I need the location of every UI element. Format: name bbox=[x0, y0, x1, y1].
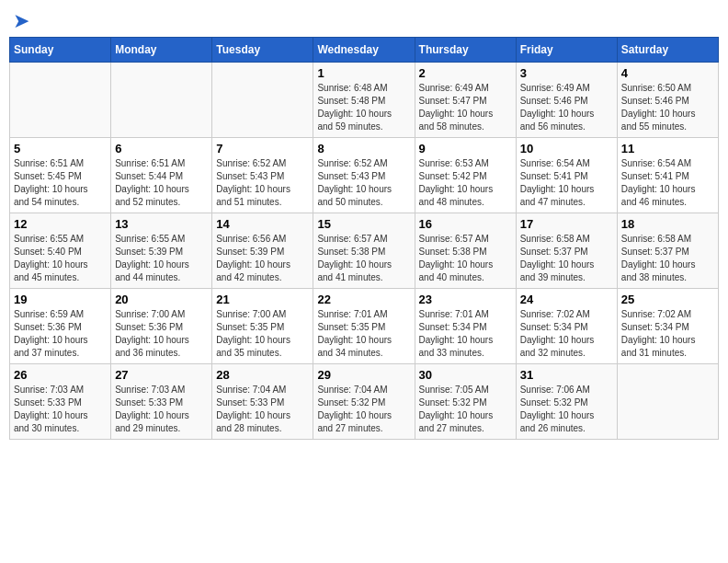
day-number: 31 bbox=[520, 368, 613, 382]
calendar-week-row-3: 19Sunrise: 6:59 AM Sunset: 5:36 PM Dayli… bbox=[10, 289, 719, 364]
calendar-header-sunday: Sunday bbox=[10, 38, 111, 63]
calendar-cell: 10Sunrise: 6:54 AM Sunset: 5:41 PM Dayli… bbox=[516, 138, 617, 213]
day-info: Sunrise: 7:01 AM Sunset: 5:35 PM Dayligh… bbox=[317, 308, 410, 360]
day-info: Sunrise: 6:54 AM Sunset: 5:41 PM Dayligh… bbox=[621, 157, 714, 209]
calendar-cell: 3Sunrise: 6:49 AM Sunset: 5:46 PM Daylig… bbox=[516, 63, 617, 138]
day-info: Sunrise: 6:53 AM Sunset: 5:42 PM Dayligh… bbox=[419, 157, 512, 209]
day-number: 5 bbox=[14, 142, 107, 155]
day-info: Sunrise: 6:54 AM Sunset: 5:41 PM Dayligh… bbox=[520, 157, 613, 209]
day-number: 20 bbox=[115, 293, 208, 306]
calendar-cell: 20Sunrise: 7:00 AM Sunset: 5:36 PM Dayli… bbox=[111, 289, 212, 364]
logo: ➤ bbox=[9, 9, 29, 33]
day-info: Sunrise: 7:00 AM Sunset: 5:35 PM Dayligh… bbox=[216, 308, 309, 360]
header: ➤ bbox=[9, 9, 719, 33]
calendar-cell: 6Sunrise: 6:51 AM Sunset: 5:44 PM Daylig… bbox=[111, 138, 212, 213]
calendar-week-row-4: 26Sunrise: 7:03 AM Sunset: 5:33 PM Dayli… bbox=[10, 364, 719, 440]
day-info: Sunrise: 6:57 AM Sunset: 5:38 PM Dayligh… bbox=[317, 233, 410, 284]
calendar-cell: 18Sunrise: 6:58 AM Sunset: 5:37 PM Dayli… bbox=[617, 213, 718, 289]
day-number: 26 bbox=[14, 368, 107, 382]
calendar-cell bbox=[111, 63, 212, 138]
day-number: 9 bbox=[419, 142, 512, 155]
calendar-cell: 5Sunrise: 6:51 AM Sunset: 5:45 PM Daylig… bbox=[10, 138, 111, 213]
calendar-cell: 13Sunrise: 6:55 AM Sunset: 5:39 PM Dayli… bbox=[111, 213, 212, 289]
calendar-cell: 1Sunrise: 6:48 AM Sunset: 5:48 PM Daylig… bbox=[313, 63, 415, 138]
day-number: 30 bbox=[419, 368, 512, 382]
calendar-cell: 27Sunrise: 7:03 AM Sunset: 5:33 PM Dayli… bbox=[111, 364, 212, 440]
day-info: Sunrise: 6:49 AM Sunset: 5:46 PM Dayligh… bbox=[520, 82, 613, 133]
calendar-header-saturday: Saturday bbox=[617, 38, 718, 63]
day-number: 29 bbox=[317, 368, 410, 382]
calendar-cell: 24Sunrise: 7:02 AM Sunset: 5:34 PM Dayli… bbox=[516, 289, 617, 364]
calendar-cell: 2Sunrise: 6:49 AM Sunset: 5:47 PM Daylig… bbox=[415, 63, 516, 138]
day-number: 24 bbox=[520, 293, 613, 306]
calendar-header-wednesday: Wednesday bbox=[313, 38, 415, 63]
day-info: Sunrise: 6:50 AM Sunset: 5:46 PM Dayligh… bbox=[621, 82, 714, 133]
day-info: Sunrise: 6:55 AM Sunset: 5:40 PM Dayligh… bbox=[14, 233, 107, 284]
day-info: Sunrise: 7:01 AM Sunset: 5:34 PM Dayligh… bbox=[419, 308, 512, 360]
calendar-cell bbox=[617, 364, 718, 440]
day-info: Sunrise: 6:57 AM Sunset: 5:38 PM Dayligh… bbox=[419, 233, 512, 284]
day-number: 27 bbox=[115, 368, 208, 382]
calendar-week-row-0: 1Sunrise: 6:48 AM Sunset: 5:48 PM Daylig… bbox=[10, 63, 719, 138]
day-info: Sunrise: 6:48 AM Sunset: 5:48 PM Dayligh… bbox=[317, 82, 410, 133]
calendar-header-friday: Friday bbox=[516, 38, 617, 63]
calendar-cell: 31Sunrise: 7:06 AM Sunset: 5:32 PM Dayli… bbox=[516, 364, 617, 440]
day-info: Sunrise: 6:59 AM Sunset: 5:36 PM Dayligh… bbox=[14, 308, 107, 360]
calendar-cell: 26Sunrise: 7:03 AM Sunset: 5:33 PM Dayli… bbox=[10, 364, 111, 440]
day-number: 23 bbox=[419, 293, 512, 306]
day-number: 17 bbox=[520, 217, 613, 231]
day-number: 12 bbox=[14, 217, 107, 231]
day-number: 4 bbox=[621, 66, 714, 80]
day-info: Sunrise: 6:56 AM Sunset: 5:39 PM Dayligh… bbox=[216, 233, 309, 284]
calendar-cell: 8Sunrise: 6:52 AM Sunset: 5:43 PM Daylig… bbox=[313, 138, 415, 213]
day-info: Sunrise: 6:58 AM Sunset: 5:37 PM Dayligh… bbox=[621, 233, 714, 284]
calendar-cell: 23Sunrise: 7:01 AM Sunset: 5:34 PM Dayli… bbox=[415, 289, 516, 364]
day-number: 11 bbox=[621, 142, 714, 155]
day-number: 6 bbox=[115, 142, 208, 155]
day-info: Sunrise: 7:00 AM Sunset: 5:36 PM Dayligh… bbox=[115, 308, 208, 360]
calendar-week-row-2: 12Sunrise: 6:55 AM Sunset: 5:40 PM Dayli… bbox=[10, 213, 719, 289]
calendar-cell: 11Sunrise: 6:54 AM Sunset: 5:41 PM Dayli… bbox=[617, 138, 718, 213]
calendar-header-monday: Monday bbox=[111, 38, 212, 63]
day-number: 21 bbox=[216, 293, 309, 306]
calendar-cell: 25Sunrise: 7:02 AM Sunset: 5:34 PM Dayli… bbox=[617, 289, 718, 364]
calendar-header-tuesday: Tuesday bbox=[212, 38, 313, 63]
day-number: 15 bbox=[317, 217, 410, 231]
day-number: 13 bbox=[115, 217, 208, 231]
day-number: 14 bbox=[216, 217, 309, 231]
logo-bird-icon: ➤ bbox=[13, 9, 29, 33]
calendar-header-thursday: Thursday bbox=[415, 38, 516, 63]
day-info: Sunrise: 6:51 AM Sunset: 5:45 PM Dayligh… bbox=[14, 157, 107, 209]
calendar-cell: 16Sunrise: 6:57 AM Sunset: 5:38 PM Dayli… bbox=[415, 213, 516, 289]
day-info: Sunrise: 7:04 AM Sunset: 5:32 PM Dayligh… bbox=[317, 384, 410, 435]
calendar-cell: 21Sunrise: 7:00 AM Sunset: 5:35 PM Dayli… bbox=[212, 289, 313, 364]
calendar-cell: 28Sunrise: 7:04 AM Sunset: 5:33 PM Dayli… bbox=[212, 364, 313, 440]
day-number: 16 bbox=[419, 217, 512, 231]
day-number: 28 bbox=[216, 368, 309, 382]
calendar-cell: 22Sunrise: 7:01 AM Sunset: 5:35 PM Dayli… bbox=[313, 289, 415, 364]
calendar-cell: 9Sunrise: 6:53 AM Sunset: 5:42 PM Daylig… bbox=[415, 138, 516, 213]
day-info: Sunrise: 6:58 AM Sunset: 5:37 PM Dayligh… bbox=[520, 233, 613, 284]
day-info: Sunrise: 6:51 AM Sunset: 5:44 PM Dayligh… bbox=[115, 157, 208, 209]
calendar-cell: 30Sunrise: 7:05 AM Sunset: 5:32 PM Dayli… bbox=[415, 364, 516, 440]
day-number: 2 bbox=[419, 66, 512, 80]
day-info: Sunrise: 6:52 AM Sunset: 5:43 PM Dayligh… bbox=[317, 157, 410, 209]
calendar-header-row: SundayMondayTuesdayWednesdayThursdayFrid… bbox=[10, 38, 719, 63]
calendar-cell: 15Sunrise: 6:57 AM Sunset: 5:38 PM Dayli… bbox=[313, 213, 415, 289]
day-number: 8 bbox=[317, 142, 410, 155]
day-number: 10 bbox=[520, 142, 613, 155]
day-info: Sunrise: 7:03 AM Sunset: 5:33 PM Dayligh… bbox=[14, 384, 107, 435]
day-info: Sunrise: 7:03 AM Sunset: 5:33 PM Dayligh… bbox=[115, 384, 208, 435]
day-number: 22 bbox=[317, 293, 410, 306]
calendar-cell bbox=[212, 63, 313, 138]
calendar-cell bbox=[10, 63, 111, 138]
day-info: Sunrise: 6:52 AM Sunset: 5:43 PM Dayligh… bbox=[216, 157, 309, 209]
calendar-cell: 12Sunrise: 6:55 AM Sunset: 5:40 PM Dayli… bbox=[10, 213, 111, 289]
calendar-body: 1Sunrise: 6:48 AM Sunset: 5:48 PM Daylig… bbox=[10, 63, 719, 440]
day-number: 7 bbox=[216, 142, 309, 155]
day-info: Sunrise: 7:02 AM Sunset: 5:34 PM Dayligh… bbox=[520, 308, 613, 360]
day-number: 19 bbox=[14, 293, 107, 306]
day-info: Sunrise: 7:04 AM Sunset: 5:33 PM Dayligh… bbox=[216, 384, 309, 435]
day-number: 25 bbox=[621, 293, 714, 306]
day-info: Sunrise: 6:55 AM Sunset: 5:39 PM Dayligh… bbox=[115, 233, 208, 284]
